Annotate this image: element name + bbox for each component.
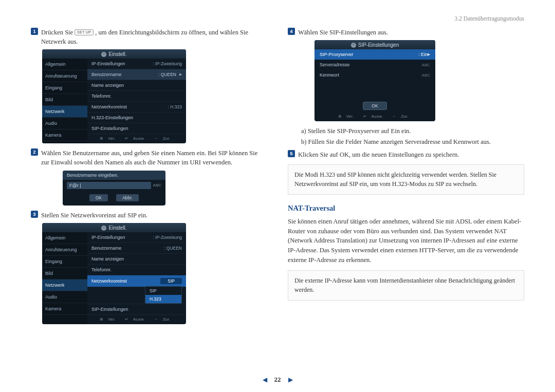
next-page-icon[interactable]: ▶ <box>288 376 293 384</box>
input-mode-hint: ABC <box>422 63 430 67</box>
ui-row-label: Telefonnr. <box>91 94 182 99</box>
step1-text-a: Drücken Sie <box>41 29 75 36</box>
dropdown-option: SIP <box>145 287 181 295</box>
ui-side-item: Audio <box>42 291 87 303</box>
nat-note: Die externe IP-Adresse kann vom Internet… <box>288 270 524 301</box>
pager: ◀ 22 ▶ <box>0 376 555 384</box>
ui-row-label: SIP-Einstellungen <box>91 126 182 131</box>
ui-side-item: Audio <box>42 118 87 129</box>
ui-side-item: Bild <box>42 94 87 106</box>
step-badge-5: 5 <box>288 150 295 157</box>
step-3: 3 Stellen Sie Netzwerkvoreinst auf SIP e… <box>31 211 267 220</box>
dialog-title: Benutzername eingeben. <box>63 171 165 180</box>
ui-row-label: Telefonnr. <box>91 267 182 272</box>
ok-button: OK <box>363 102 386 110</box>
ui-row-label: IP-Einstellungen <box>91 61 153 66</box>
ui-row-label: Netzwerkvoreinst <box>91 278 160 284</box>
ui-side-item: Anrufsteuerung <box>42 244 87 256</box>
username-input: F@r | <box>67 182 151 189</box>
note-h323-sip: Die Modi H.323 und SIP können nicht glei… <box>288 164 524 195</box>
input-mode-hint: ABC <box>153 183 161 188</box>
ui-side-item: Eingang <box>42 256 87 268</box>
ui-row-val: : QUEEN <box>164 246 182 251</box>
ui-side-item: Eingang <box>42 82 87 94</box>
ui-row-label: Name anzeigen <box>91 256 182 262</box>
ui-side-item-selected: Netzwerk <box>42 106 87 118</box>
step4-text: Wählen Sie SIP-Einstellungen aus. <box>298 28 524 37</box>
screenshot-1: Einstell. Allgemein Anrufsteuerung Einga… <box>42 49 186 143</box>
sip-proxy-label: SIP-Proxyserver <box>320 52 418 57</box>
ui-row-val: : IP-Zuweisung <box>153 61 182 66</box>
cancel-button: Abbr. <box>116 194 139 201</box>
ui-row-label: Netzwerkvoreinst <box>91 104 168 109</box>
nat-heading: NAT-Traversal <box>288 204 524 213</box>
step-2: 2 Wählen Sie Benutzername aus, und geben… <box>31 148 267 167</box>
ui-side-item: Kamera <box>42 129 87 141</box>
ui-side-item-selected: Netzwerk <box>42 279 87 291</box>
ui-side-item: Allgemein <box>42 232 87 244</box>
net-preset-dropdown: SIP H.323 <box>145 286 182 304</box>
ui-title: Einstell. <box>42 223 186 232</box>
sub-a: a) Stellen Sie SIP-Proxyserver auf Ein e… <box>301 126 524 136</box>
step-badge-3: 3 <box>31 211 38 218</box>
ui-row-val: : QUEEN <box>158 72 176 77</box>
ui-side-item: Kamera <box>42 303 87 315</box>
sip-server-label: Serveradresse <box>320 62 422 67</box>
sip-pass-label: Kennwort <box>320 72 422 78</box>
ui-row-label: Benutzername <box>91 72 158 77</box>
screenshot-2: Benutzername eingeben. F@r |ABC OKAbbr. <box>63 171 165 206</box>
step-4: 4 Wählen Sie SIP-Einstellungen aus. <box>288 28 524 37</box>
ui-row-val: : H.323 <box>168 104 182 109</box>
input-mode-hint: ABC <box>422 73 430 78</box>
step-5: 5 Klicken Sie auf OK, um die neuen Einst… <box>288 150 524 159</box>
ui-side-item: Anrufsteuerung <box>42 70 87 82</box>
prev-page-icon[interactable]: ◀ <box>263 376 267 384</box>
sip-proxy-value: : Ein <box>418 52 428 57</box>
screenshot-3: Einstell. Allgemein Anrufsteuerung Einga… <box>42 223 186 324</box>
ui-row-val: : IP-Zuweisung <box>153 235 182 240</box>
ui-row-label: Benutzername <box>91 246 164 251</box>
step3-text: Stellen Sie Netzwerkvoreinst auf SIP ein… <box>41 211 267 220</box>
step4-sublist: a) Stellen Sie SIP-Proxyserver auf Ein e… <box>301 126 524 147</box>
step-1: 1 Drücken Sie SET UP , um den Einrichtun… <box>31 28 267 46</box>
step2-text: Wählen Sie Benutzername aus, und geben S… <box>41 148 267 167</box>
ui-row-label: Name anzeigen <box>91 83 182 88</box>
ui-side-item: Bild <box>42 268 87 279</box>
ui-row-val-selected: SIP <box>160 278 182 284</box>
ui-footer: ⊕ Ver.↵ Ausw.← Zur. <box>314 112 435 121</box>
step5-text: Klicken Sie auf OK, um die neuen Einstel… <box>298 150 524 159</box>
screenshot-4: SIP-Einstellungen SIP-Proxyserver: Ein S… <box>314 40 435 121</box>
ui-row-label: H.323-Einstellungen <box>91 115 182 120</box>
setup-key-icon: SET UP <box>75 29 94 35</box>
dropdown-option-selected: H.323 <box>145 295 181 303</box>
step-badge-4: 4 <box>288 28 295 35</box>
page-number: 22 <box>274 376 281 384</box>
step-badge-2: 2 <box>31 148 38 156</box>
nat-paragraph: Sie können einen Anruf tätigen oder anne… <box>288 217 524 265</box>
step-badge-1: 1 <box>31 28 38 35</box>
sub-b: b) Füllen Sie die Felder Name anzeigen S… <box>301 137 524 147</box>
sip-dialog-title: SIP-Einstellungen <box>314 40 435 49</box>
ui-row-label: SIP-Einstellungen <box>91 307 182 312</box>
ui-title: Einstell. <box>42 49 186 59</box>
ui-row-label: IP-Einstellungen <box>91 235 153 240</box>
ui-footer: ⊕ Ver.↵ Ausw.← Zur. <box>87 134 186 143</box>
ui-side-item: Allgemein <box>42 59 87 70</box>
page-header: 3.2 Datenübertragungsmodus <box>31 15 524 22</box>
ui-footer: ⊕ Ver.↵ Ausw.← Zur. <box>87 315 186 324</box>
ok-button: OK <box>89 194 108 201</box>
